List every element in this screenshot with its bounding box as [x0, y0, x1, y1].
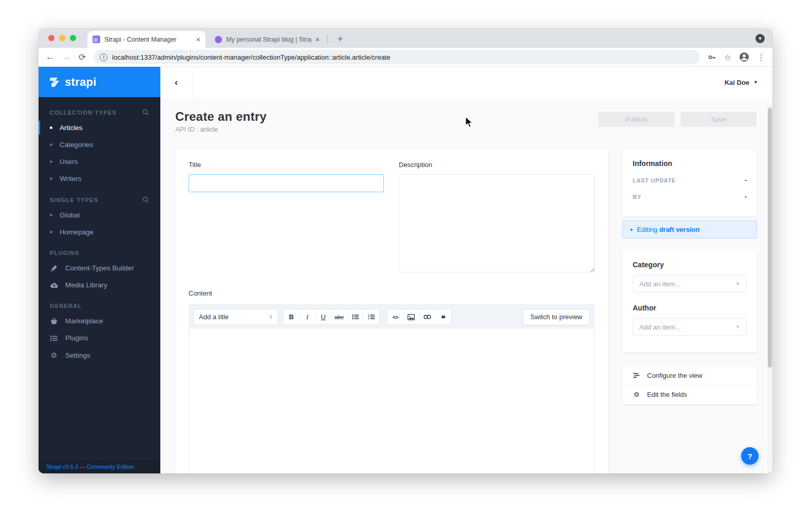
close-window-button[interactable] [48, 35, 54, 41]
save-button[interactable]: Save [680, 112, 756, 127]
resize-grip-icon[interactable] [590, 268, 595, 272]
tab-close-icon[interactable]: × [196, 36, 200, 43]
strapi-favicon [93, 35, 100, 43]
new-tab-button[interactable]: + [334, 32, 347, 46]
link-button[interactable] [419, 309, 435, 324]
scrollbar-thumb[interactable] [768, 108, 772, 368]
tab-search-button[interactable]: ▼ [755, 34, 765, 43]
chevron-down-icon: ▼ [735, 281, 740, 286]
strikethrough-button[interactable]: abe [331, 309, 347, 324]
maximize-window-button[interactable] [70, 35, 76, 41]
sidebar-item-settings[interactable]: ⚙ Settings [39, 346, 160, 364]
minimize-window-button[interactable] [59, 35, 65, 41]
section-plugins: PLUGINS Content-Types Builder Media Libr… [39, 250, 160, 293]
description-textarea[interactable] [399, 174, 595, 272]
draft-notice-text: Editing draft version [637, 226, 699, 233]
version-footer[interactable]: Strapi v3.6.3 — Community Edition [39, 460, 160, 473]
sidebar-item-users[interactable]: Users [39, 153, 160, 170]
sidebar-item-global[interactable]: Global [39, 207, 160, 224]
mouse-cursor [465, 116, 474, 131]
section-label: GENERAL [50, 303, 82, 309]
gear-icon: ⚙ [50, 351, 58, 359]
password-key-icon[interactable] [708, 53, 716, 62]
sidebar-item-label: Writers [60, 175, 82, 182]
underline-button[interactable]: U [316, 309, 331, 324]
editor-toolbar: Add a title ▲▼ B I U abe [189, 305, 594, 329]
switch-to-preview-button[interactable]: Switch to preview [523, 309, 590, 325]
chevron-down-icon: ▼ [735, 324, 740, 329]
sidebar-item-plugins[interactable]: Plugins [39, 329, 160, 346]
paintbrush-icon [50, 265, 58, 272]
ordered-list-button[interactable] [363, 309, 379, 324]
sidebar-item-label: Users [60, 158, 78, 166]
bullet-icon [50, 177, 52, 180]
list-icon [50, 335, 58, 341]
edit-fields-link[interactable]: ⚙ Edit the fields [622, 385, 757, 403]
author-select[interactable]: Add an item... ▼ [633, 318, 747, 336]
editor-body[interactable] [189, 329, 594, 473]
scrollbar-track[interactable] [767, 105, 772, 473]
sidebar-item-homepage[interactable]: Homepage [39, 224, 160, 241]
basket-icon [50, 318, 58, 324]
back-button[interactable]: ‹ [160, 67, 193, 98]
api-id-subtitle: API ID : article [175, 125, 267, 133]
user-menu[interactable]: Kai Doe ▼ [725, 79, 758, 86]
image-button[interactable] [403, 309, 419, 324]
information-panel: Information LAST UPDATE - BY - [622, 150, 757, 216]
information-title: Information [633, 159, 747, 168]
by-label: BY [633, 194, 641, 200]
bullet-list-button[interactable] [347, 309, 363, 324]
description-field-label: Description [399, 161, 432, 169]
title-input[interactable] [189, 174, 384, 192]
content-field-label: Content [189, 289, 212, 297]
forward-icon[interactable]: → [62, 52, 71, 62]
cloud-upload-icon [50, 282, 58, 288]
reload-icon[interactable]: ⟳ [79, 52, 86, 63]
back-icon[interactable]: ← [46, 52, 54, 62]
tab-personal-blog[interactable]: My personal Strapi blog | Strap × [210, 31, 325, 48]
code-button[interactable]: <> [387, 309, 403, 324]
sidebar: strapi COLLECTION TYPES Articles [39, 67, 160, 473]
sidebar-nav: COLLECTION TYPES Articles Categories [39, 97, 160, 460]
insert-button-group: <> ❝ [387, 309, 452, 325]
last-update-label: LAST UPDATE [633, 177, 676, 183]
bold-button[interactable]: B [284, 309, 300, 324]
sidebar-item-articles[interactable]: Articles [39, 119, 160, 136]
sidebar-item-label: Content-Types Builder [65, 264, 134, 272]
category-select[interactable]: Add an item... ▼ [633, 275, 747, 292]
heading-select[interactable]: Add a title ▲▼ [193, 309, 278, 325]
sidebar-item-label: Categories [60, 141, 93, 149]
logo-text: strapi [65, 76, 97, 89]
sidebar-item-content-types-builder[interactable]: Content-Types Builder [39, 260, 160, 277]
page-title-block: Create an entry API ID : article [175, 109, 267, 133]
profile-avatar-icon[interactable] [739, 52, 749, 62]
strapi-logo[interactable]: strapi [39, 67, 160, 97]
quote-button[interactable]: ❝ [435, 309, 451, 324]
tab-title: My personal Strapi blog | Strap [226, 36, 311, 43]
sidebar-item-writers[interactable]: Writers [39, 170, 160, 187]
app-header: ‹ Kai Doe ▼ [160, 67, 772, 98]
sidebar-item-label: Global [60, 211, 80, 219]
tab-strapi-content-manager[interactable]: Strapi - Content Manager × [87, 31, 206, 48]
bookmark-star-icon[interactable]: ☆ [724, 52, 731, 62]
chrome-menu-icon[interactable]: ⋮ [757, 52, 765, 62]
stepper-arrows-icon: ▲▼ [269, 315, 272, 320]
italic-button[interactable]: I [300, 309, 316, 324]
chevron-left-icon: ‹ [175, 77, 178, 88]
sidebar-item-categories[interactable]: Categories [39, 136, 160, 153]
publish-button[interactable]: Publish [598, 112, 674, 127]
search-icon[interactable] [142, 109, 149, 116]
url-text: localhost:1337/admin/plugins/content-man… [112, 53, 390, 61]
search-icon[interactable] [142, 196, 149, 203]
sidebar-item-marketplace[interactable]: Marketplace [39, 313, 160, 329]
sidebar-item-media-library[interactable]: Media Library [39, 277, 160, 293]
by-value: - [745, 193, 747, 200]
url-bar[interactable]: i localhost:1337/admin/plugins/content-m… [94, 50, 699, 64]
help-button[interactable]: ? [741, 447, 759, 465]
configure-view-link[interactable]: Configure the view [622, 366, 757, 385]
blog-favicon [215, 36, 222, 43]
chevron-down-icon: ▼ [753, 80, 758, 85]
tab-close-icon[interactable]: × [316, 36, 320, 43]
sidebar-item-label: Homepage [60, 228, 94, 236]
site-info-icon[interactable]: i [100, 53, 107, 61]
